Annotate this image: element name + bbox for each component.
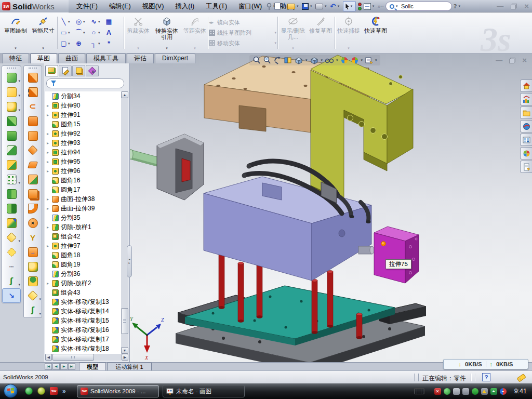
model-tab[interactable]: 模型 [79,363,106,370]
panel-splitter-handle[interactable]: ◂▸ [127,245,132,277]
scroll-down-button[interactable]: ▼ [121,347,128,354]
clamp-part[interactable] [130,134,204,200]
tree-item[interactable]: 组合43 [45,288,122,297]
toolbar-grip[interactable] [7,68,16,70]
move-copy-body-icon[interactable] [2,216,21,230]
input-method-icon[interactable] [414,388,424,394]
shell-icon[interactable] [2,157,21,172]
view-settings-icon[interactable] [365,56,373,64]
ellipse-icon[interactable]: ○ [89,28,98,37]
tree-item[interactable]: ▸ 拉伸94 [45,148,122,157]
lofted-surface-icon[interactable]: ⊂ [24,99,42,114]
resources-home-button[interactable] [520,79,532,92]
spline-icon[interactable]: ∿ [89,17,98,26]
smart-dimension-button[interactable]: 智能尺寸 ▾ [30,14,56,51]
menu-item[interactable]: 编辑(E) [103,0,137,12]
arc-icon[interactable]: ⌒ [74,28,83,37]
doc-restore-button[interactable] [509,58,515,63]
chevron-down-icon[interactable]: ▾ [321,58,323,62]
previous-view-icon[interactable] [273,56,282,64]
boundary-surface-icon[interactable] [24,114,42,128]
hide-show-items-icon[interactable] [325,57,334,64]
design-library-button[interactable] [520,93,532,105]
sketch-fillet-icon[interactable]: ┐ [89,39,98,48]
tree-item[interactable]: 实体-移动/复制16 [45,325,122,335]
chevron-down-icon[interactable]: ▾ [338,4,341,8]
doc-minimize-button[interactable]: — [496,57,502,64]
slot-icon[interactable]: ▢ [59,39,68,48]
expand-arrow-icon[interactable]: ▸ [47,197,52,202]
close-button[interactable]: × [524,3,529,10]
tree-vertical-scrollbar[interactable]: ▲ ▼ [121,91,128,354]
toolbar-grip[interactable] [29,68,37,70]
select-button[interactable]: ▾ [343,1,356,11]
antivirus-tray-icon[interactable]: ✕ [434,388,441,395]
tree-filter-input[interactable] [46,78,124,88]
surface-fillet-icon[interactable] [24,259,42,274]
search-box[interactable]: ▾ Solic [385,2,452,11]
menu-item[interactable]: 窗口(W) [233,0,268,12]
menu-item[interactable]: 插入(I) [169,0,200,12]
prev-tab-button[interactable]: ◀ [52,363,60,370]
extend-surface-icon[interactable]: → [24,245,42,259]
tree-item[interactable]: 实体-移动/复制17 [45,335,122,344]
pattern-icon[interactable]: ▾ [2,172,21,187]
extruded-cut-icon[interactable]: ▾ [2,85,21,99]
scrollbar-thumb[interactable] [52,354,94,361]
chevron-down-icon[interactable]: ▾ [15,46,17,51]
delete-face-icon[interactable]: × [24,216,42,230]
circle-icon[interactable]: ◎ [74,17,83,26]
first-tab-button[interactable]: |◀ [45,363,52,370]
section-view-icon[interactable] [284,56,292,64]
rectangle-icon[interactable]: ▭ [59,28,68,37]
chevron-down-icon[interactable]: ▾ [336,58,338,62]
taskbar-clock[interactable]: 9:41 [514,388,527,395]
chevron-down-icon[interactable]: ▾ [375,58,377,62]
tree-item[interactable]: ▸ 切除-放样1 [45,222,122,232]
tree-item[interactable]: ▸ 拉伸93 [45,138,122,148]
undo-icon[interactable]: ↶ [330,3,336,10]
revolved-surface-icon[interactable] [24,85,42,99]
motion-study-tab[interactable]: 运动算例 1 [107,363,152,370]
quick-launch-icon[interactable] [25,387,33,395]
security-tray-icon[interactable] [444,388,450,395]
tree-item[interactable]: ▸ 拉伸91 [45,110,122,119]
dome-icon[interactable] [24,274,42,288]
quick-launch-overflow-icon[interactable]: » [62,388,66,395]
help-icon[interactable]: ? [454,2,457,10]
menu-item[interactable]: 工具(T) [200,0,233,12]
ruled-surface-icon[interactable] [24,201,42,216]
lavender-block-part[interactable] [204,177,374,281]
chevron-down-icon[interactable]: ▾ [305,58,308,62]
chevron-down-icon[interactable]: ▾ [373,4,376,8]
minimize-button[interactable]: — [497,3,503,10]
scroll-up-button[interactable]: ▲ [121,91,128,98]
commandmanager-tab[interactable]: 评估 [127,54,154,63]
toolbar-overflow-icon[interactable]: »·· [378,4,384,9]
tree-item[interactable]: 圆角17 [45,185,122,194]
tree-horizontal-scrollbar[interactable]: ◀ ▶ [45,354,128,361]
convert-entities-button[interactable]: 转换实体引用 ▾ [153,14,181,51]
planar-surface-icon[interactable] [24,157,42,172]
thicken-icon[interactable] [24,187,42,201]
print-icon[interactable] [315,4,323,9]
chamfer-icon[interactable] [2,143,21,157]
tree-item[interactable]: 圆角18 [45,250,122,260]
view-orientation-icon[interactable] [294,56,303,64]
doc-close-button[interactable]: × [522,57,527,64]
next-tab-button[interactable]: ▶ [60,363,68,370]
expand-arrow-icon[interactable]: ▸ [47,244,52,248]
chevron-down-icon[interactable]: ▾ [310,4,314,8]
graphics-viewport[interactable]: Y Z X ▾ ▾ ▾ ▾ ▾ — × 拉伸75 [130,54,532,362]
expand-arrow-icon[interactable]: ▸ [47,169,52,174]
centerline-icon[interactable]: ┄ [2,259,21,274]
swept-surface-icon[interactable] [24,70,42,85]
tree-item[interactable]: 实体-移动/复制14 [45,307,122,316]
tree-item[interactable]: ▸ 拉伸95 [45,157,122,166]
zoom-fit-icon[interactable] [252,56,261,64]
expand-arrow-icon[interactable]: ▸ [47,159,52,164]
selection-frame-icon[interactable]: ▦ [104,17,113,26]
tree-item[interactable]: 分割36 [45,269,122,278]
chevron-down-icon[interactable]: ▾ [98,31,100,35]
restore-button[interactable] [511,4,517,9]
